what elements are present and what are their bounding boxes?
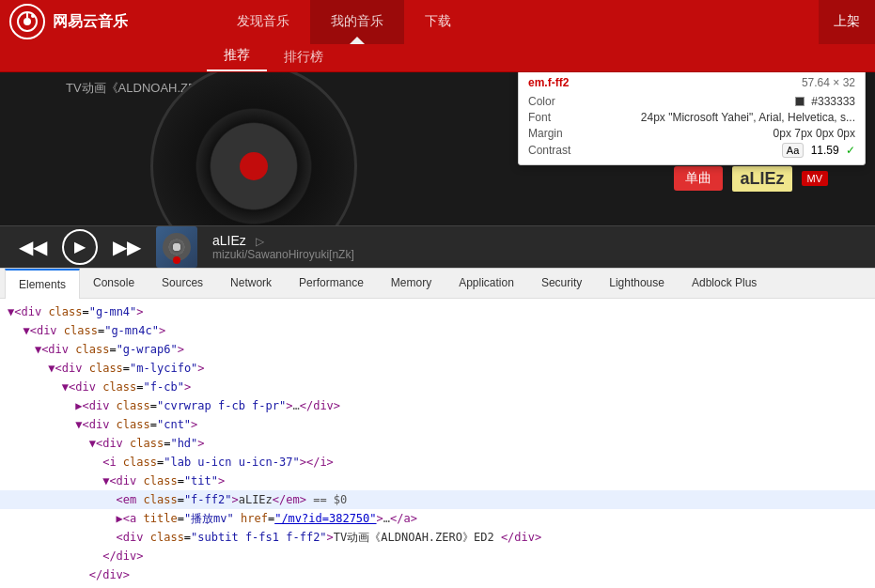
tab-elements[interactable]: Elements [5,269,80,299]
player-artist: mizuki/SawanoHiroyuki[nZk] [212,248,856,261]
tab-adblock[interactable]: Adblock Plus [679,268,771,298]
player-song-name: aLIEz ▷ [212,233,856,248]
sub-nav: 推荐 排行榜 [0,44,875,72]
tab-console[interactable]: Console [80,268,148,298]
popup-margin-label: Margin [528,127,594,140]
popup-contrast-values: Aa 11.59 ✓ [782,144,855,157]
contrast-score: 11.59 [811,144,839,157]
vinyl-record [150,72,357,225]
inspector-popup: em.f-ff2 57.64 × 32 Color #333333 Font 2… [518,72,866,165]
app-title: 网易云音乐 [53,12,128,32]
code-line-2: ▼<div class="g-mn4c"> [0,321,875,340]
code-line-8: ▼<div class="hd"> [0,434,875,453]
nav-tab-discover[interactable]: 发现音乐 [216,0,310,44]
contrast-pass-icon: ✓ [846,144,855,157]
code-line-15: </div> [0,565,875,584]
code-line-5: ▼<div class="f-cb"> [0,378,875,396]
nav-tab-mymusic[interactable]: 我的音乐 [310,0,404,44]
player-bar: ◀◀ ▶ ▶▶ aLIEz ▷ mizuki/SawanoHiroyuki[nZ… [0,225,875,268]
code-line-11-highlighted: <em class="f-ff2">aLIEz</em> == $0 [0,490,875,509]
code-line-1: ▼<div class="g-mn4"> [0,302,875,321]
contrast-badge: Aa [782,143,804,158]
tab-network[interactable]: Network [217,268,286,298]
popup-color-value: #333333 [795,95,855,108]
code-line-6: ▶<div class="cvrwrap f-cb f-pr">…</div> [0,396,875,415]
app-bar: 网易云音乐 发现音乐 我的音乐 下载 上架 [0,0,875,44]
prev-button[interactable]: ◀◀ [19,236,47,258]
popup-color-label: Color [528,95,594,108]
tab-application[interactable]: Application [445,268,528,298]
song-overlay: 单曲 aLIEz MV [674,166,828,192]
popup-font-label: Font [528,111,594,124]
popup-size: 57.64 × 32 [802,76,855,89]
popup-classname: em.f-ff2 [528,76,569,89]
code-line-4: ▼<div class="m-lycifo"> [0,359,875,378]
app-container: 网易云音乐 发现音乐 我的音乐 下载 上架 推荐 排行榜 [0,0,875,588]
popup-margin-value: 0px 7px 0px 0px [773,127,855,140]
code-line-14: </div> [0,547,875,565]
devtools-panel: Elements Console Sources Network Perform… [0,268,875,588]
nav-tab-download[interactable]: 下载 [404,0,472,44]
dandan-button[interactable]: 单曲 [674,166,723,191]
song-title: aLIEz [732,166,791,192]
code-line-3: ▼<div class="g-wrap6"> [0,340,875,359]
tab-security[interactable]: Security [528,268,596,298]
devtools-tabs: Elements Console Sources Network Perform… [0,269,875,299]
tab-performance[interactable]: Performance [286,268,378,298]
logo-icon [9,4,45,39]
tab-memory[interactable]: Memory [378,268,445,298]
player-lyrics-icon[interactable]: ▷ [256,235,264,248]
sub-tab-paihangbang[interactable]: 排行榜 [267,49,340,71]
tab-lighthouse[interactable]: Lighthouse [596,268,679,298]
code-line-7: ▼<div class="cnt"> [0,415,875,434]
tab-sources[interactable]: Sources [148,268,217,298]
next-button[interactable]: ▶▶ [113,236,141,258]
code-line-10: ▼<div class="tit"> [0,472,875,490]
content-area: em.f-ff2 57.64 × 32 Color #333333 Font 2… [0,72,875,225]
code-line-12: ▶<a title="播放mv" href="/mv?id=382750">…<… [0,509,875,528]
code-line-13: <div class="subtit f-fs1 f-ff2">TV动画《ALD… [0,528,875,547]
code-view: ▼<div class="g-mn4"> ▼<div class="g-mn4c… [0,299,875,588]
svg-point-1 [23,18,31,25]
sub-tab-tuijian[interactable]: 推荐 [207,47,267,71]
popup-font-value: 24px "Microsoft Yahei", Arial, Helvetica… [641,111,855,124]
mv-badge[interactable]: MV [802,171,829,186]
rec-indicator [173,256,180,264]
nav-tab-shang[interactable]: 上架 [819,0,875,44]
code-line-9: <i class="lab u-icn u-icn-37"></i> [0,453,875,472]
album-thumb [156,226,197,268]
player-song-info: aLIEz ▷ mizuki/SawanoHiroyuki[nZk] [212,233,856,261]
color-swatch [795,97,805,106]
popup-contrast-label: Contrast [528,144,594,157]
logo-area: 网易云音乐 [9,4,216,39]
play-button[interactable]: ▶ [62,229,98,265]
main-nav: 发现音乐 我的音乐 下载 [216,0,472,44]
svg-point-3 [31,14,35,18]
